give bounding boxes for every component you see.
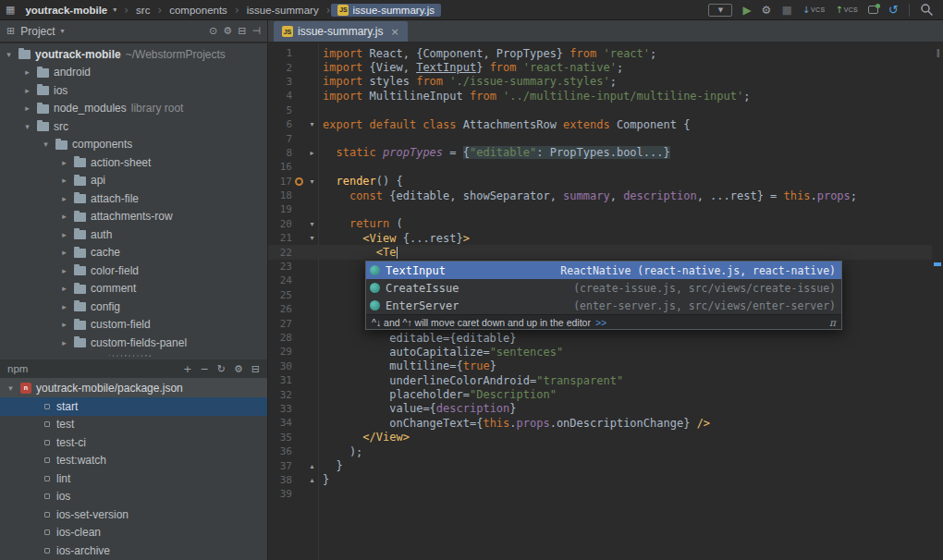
notifications-icon[interactable]: [868, 6, 878, 14]
npm-script-lint[interactable]: lint: [0, 469, 267, 488]
panel-splitter[interactable]: [0, 352, 267, 359]
fold-marker-icon[interactable]: ▴: [306, 476, 318, 484]
project-panel-title[interactable]: Project: [20, 25, 55, 38]
refresh-icon[interactable]: ↻: [217, 363, 226, 375]
tree-item-custom-fields-panel[interactable]: ▸custom-fields-panel: [0, 334, 267, 352]
code-line-1[interactable]: 1import React, {Component, PropTypes} fr…: [268, 46, 932, 60]
chevron-right-icon[interactable]: ▸: [22, 103, 32, 113]
override-marker-icon[interactable]: [295, 177, 303, 186]
search-icon[interactable]: [920, 3, 934, 17]
code-line-31[interactable]: 31 underlineColorAndroid="transparent": [268, 373, 932, 387]
completion-item-TextInput[interactable]: TextInputReactNative (react-native.js, r…: [366, 262, 841, 279]
tree-item-custom-field[interactable]: ▸custom-field: [0, 316, 267, 335]
fold-marker-icon[interactable]: ▾: [306, 234, 318, 242]
chevron-right-icon[interactable]: ▸: [59, 230, 69, 239]
code-line-37[interactable]: 37▴ }: [268, 458, 932, 472]
npm-collapse-all-icon[interactable]: ⊟: [251, 363, 260, 375]
code-line-33[interactable]: 33 value={description}: [268, 402, 932, 416]
tree-item-config[interactable]: ▸config: [0, 298, 267, 316]
npm-settings-gear-icon[interactable]: ⚙: [234, 363, 243, 375]
npm-script-test-ci[interactable]: test-ci: [0, 433, 267, 452]
code-line-8[interactable]: 8▸ static propTypes = {"editable": PropT…: [268, 146, 932, 160]
chevron-right-icon[interactable]: ▸: [22, 86, 32, 95]
code-editor[interactable]: 1import React, {Component, PropTypes} fr…: [268, 43, 943, 560]
vcs-commit-icon[interactable]: ↑ VCS: [835, 5, 858, 15]
tree-item-color-field[interactable]: ▸color-field: [0, 262, 267, 280]
panel-settings-gear-icon[interactable]: ⚙: [223, 25, 232, 37]
npm-script-ios-archive[interactable]: ios-archive: [0, 542, 267, 560]
run-icon[interactable]: ▶: [742, 5, 751, 16]
tree-item-youtrack-mobile[interactable]: ▾youtrack-mobile~/WebstormProjects: [0, 45, 267, 64]
code-line-34[interactable]: 34 onChangeText={this.props.onDescriptio…: [268, 416, 932, 430]
code-line-32[interactable]: 32 placeholder="Description": [268, 387, 932, 401]
code-line-30[interactable]: 30 multiline={true}: [268, 359, 932, 373]
code-line-18[interactable]: 18 const {editable, showSeparator, summa…: [268, 189, 932, 202]
fold-marker-icon[interactable]: ▾: [306, 120, 318, 128]
breadcrumb-item-components[interactable]: components: [163, 4, 234, 17]
code-line-3[interactable]: 3import styles from './issue-summary.sty…: [268, 75, 932, 89]
chevron-down-icon[interactable]: ▾: [22, 122, 32, 131]
npm-script-ios-set-version[interactable]: ios-set-version: [0, 505, 267, 524]
project-tool-icon[interactable]: ⊞: [6, 25, 15, 37]
code-line-22[interactable]: 22 <Te: [268, 245, 932, 259]
chevron-right-icon[interactable]: ▸: [59, 194, 69, 203]
fold-marker-icon[interactable]: ▾: [306, 220, 318, 228]
chevron-down-icon[interactable]: ▾: [61, 27, 65, 35]
code-line-29[interactable]: 29 autoCapitalize="sentences": [268, 345, 932, 359]
chevron-right-icon[interactable]: ▸: [22, 67, 32, 77]
breadcrumb-item-src[interactable]: src: [129, 4, 156, 17]
tree-item-comment[interactable]: ▸comment: [0, 280, 267, 298]
run-config-dropdown[interactable]: ▼: [708, 4, 732, 17]
completion-item-EnterServer[interactable]: EnterServer(enter-server.js, src/views/e…: [366, 297, 841, 314]
code-line-36[interactable]: 36 );: [268, 444, 932, 458]
code-line-38[interactable]: 38▴}: [268, 473, 932, 487]
tree-item-ios[interactable]: ▸ios: [0, 81, 267, 100]
chevron-right-icon[interactable]: ▸: [59, 320, 69, 329]
tree-item-api[interactable]: ▸api: [0, 172, 267, 190]
close-tab-icon[interactable]: ×: [390, 26, 398, 38]
npm-script-test:watch[interactable]: test:watch: [0, 452, 267, 470]
hide-panel-icon[interactable]: ⊣: [251, 25, 261, 37]
code-line-17[interactable]: 17▾ render() {: [268, 175, 932, 189]
code-line-20[interactable]: 20▾ return (: [268, 217, 932, 231]
code-line-21[interactable]: 21▾ <View {...rest}>: [268, 231, 932, 245]
vcs-update-icon[interactable]: ↓ VCS: [802, 5, 826, 15]
completion-item-CreateIssue[interactable]: CreateIssue(create-issue.js, src/views/c…: [366, 279, 841, 297]
breadcrumb-item-youtrack-mobile[interactable]: youtrack-mobile▾: [18, 4, 123, 17]
breadcrumb-item-issue-summary.js[interactable]: JSissue-summary.js: [331, 4, 441, 17]
chevron-right-icon[interactable]: ▸: [59, 212, 69, 221]
collapse-all-icon[interactable]: ⊟: [238, 25, 246, 37]
tree-item-auth[interactable]: ▸auth: [0, 225, 267, 244]
locate-file-icon[interactable]: ⊙: [209, 25, 217, 37]
tree-item-src[interactable]: ▾src: [0, 117, 267, 136]
tree-item-components[interactable]: ▾components: [0, 136, 267, 154]
inspections-widget-icon[interactable]: ∥: [937, 48, 941, 57]
fold-marker-icon[interactable]: ▴: [306, 462, 318, 470]
hint-link[interactable]: >>: [595, 317, 606, 328]
npm-script-ios-clean[interactable]: ios-clean: [0, 524, 267, 542]
fold-marker-icon[interactable]: ▸: [306, 149, 318, 157]
settings-gear-icon[interactable]: ⚙: [762, 5, 772, 16]
code-line-6[interactable]: 6▾export default class AttachmentsRow ex…: [268, 117, 932, 131]
tab-issue-summary-js[interactable]: JS issue-summary.js ×: [274, 21, 408, 42]
code-line-16[interactable]: 16: [268, 160, 932, 174]
code-line-7[interactable]: 7: [268, 131, 932, 145]
tree-item-node_modules[interactable]: ▸node_moduleslibrary root: [0, 100, 267, 118]
npm-script-ios[interactable]: ios: [0, 488, 267, 506]
chevron-down-icon[interactable]: ▾: [4, 50, 14, 59]
npm-script-test[interactable]: test: [0, 416, 267, 434]
code-line-4[interactable]: 4import MultilineInput from '../multilin…: [268, 89, 932, 103]
chevron-right-icon[interactable]: ▸: [59, 176, 69, 185]
code-line-28[interactable]: 28 editable={editable}: [268, 331, 932, 345]
add-icon[interactable]: +: [183, 363, 191, 375]
code-line-35[interactable]: 35 </View>: [268, 431, 932, 444]
chevron-down-icon[interactable]: ▾: [41, 140, 51, 149]
breadcrumb-item-issue-summary[interactable]: issue-summary: [240, 4, 325, 17]
code-line-5[interactable]: 5: [268, 103, 932, 117]
fold-marker-icon[interactable]: ▾: [306, 177, 318, 186]
caret-position-mark[interactable]: [934, 262, 941, 266]
chevron-right-icon[interactable]: ▸: [59, 302, 69, 311]
chevron-right-icon[interactable]: ▸: [59, 248, 69, 257]
code-line-2[interactable]: 2import {View, TextInput} from 'react-na…: [268, 60, 932, 74]
chevron-right-icon[interactable]: ▸: [59, 338, 69, 347]
